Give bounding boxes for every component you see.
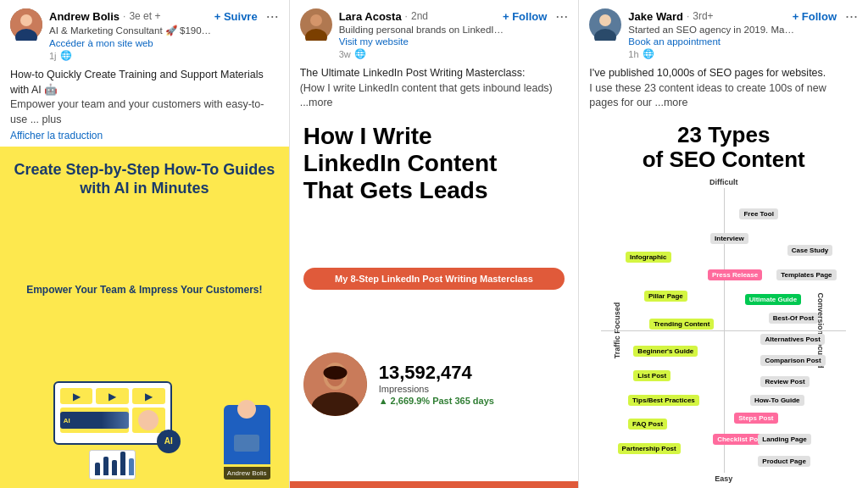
post2-line1: The Ultimate LinkedIn Post Writing Maste…: [300, 66, 569, 81]
post3-image: 23 Types of SEO Content Difficult Easy T…: [579, 114, 868, 489]
post1-line1: How-to Quickly Create Training and Suppo…: [10, 68, 279, 97]
seo-tag: Tips/Best Practices: [628, 395, 699, 406]
feed-container: Andrew Bolis · 3e et + + Suivre ··· AI &…: [0, 0, 868, 488]
stat-impressions-change: ▲ 2,669.9% Past 365 days: [379, 396, 494, 406]
post1-name-row: Andrew Bolis · 3e et + + Suivre ···: [49, 8, 279, 24]
seo-tag: How-To Guide: [750, 395, 804, 406]
screen-mockup: ▶ ▶ ▶ AI: [53, 381, 172, 445]
seo-tag: List Post: [633, 370, 670, 381]
post1-header: Andrew Bolis · 3e et + + Suivre ··· AI &…: [0, 0, 289, 66]
svg-point-12: [599, 14, 611, 26]
post3-time-row: Book an appointment: [628, 36, 858, 47]
svg-point-10: [323, 366, 347, 380]
post2-name-row: Lara Acosta · 2nd + Follow ···: [339, 8, 569, 24]
post3-website-link[interactable]: Book an appointment: [628, 36, 721, 47]
post3-card-visual: 23 Types of SEO Content Difficult Easy T…: [579, 114, 868, 489]
post1-description: AI & Marketing Consultant 🚀 $190M in Att…: [49, 25, 219, 36]
post2-more-button[interactable]: ···: [555, 8, 568, 24]
post2-globe-icon: 🌐: [354, 48, 366, 59]
seo-tag: Review Post: [760, 376, 809, 387]
post2-body: The Ultimate LinkedIn Post Writing Maste…: [290, 64, 579, 114]
post1-follow-button[interactable]: + Suivre: [214, 10, 258, 23]
stat-impressions-number: 13,592,474: [379, 363, 494, 382]
seo-tag: Templates Page: [776, 269, 836, 280]
card2-headline: How I Write LinkedIn Content That Gets L…: [303, 123, 498, 205]
post2-follow-button[interactable]: + Follow: [503, 10, 547, 23]
post-card-3: Jake Ward · 3rd+ + Follow ··· Started an…: [579, 0, 868, 488]
post2-time-row: Visit my website: [339, 36, 569, 47]
post1-website-link[interactable]: Accéder à mon site web: [49, 38, 153, 48]
post-card-2: Lara Acosta · 2nd + Follow ··· Building …: [290, 0, 580, 488]
post-card-1: Andrew Bolis · 3e et + + Suivre ··· AI &…: [0, 0, 290, 488]
diagram-container: Difficult Easy Traffic Focused Conversio…: [591, 178, 856, 483]
post2-card-visual: How I Write LinkedIn Content That Gets L…: [290, 114, 579, 489]
seo-tag: Product Page: [758, 456, 810, 467]
seo-tag: Trending Content: [649, 319, 714, 330]
post3-degree: 3rd+: [693, 10, 713, 22]
card2-stats: 13,592,474 Impressions ▲ 2,669.9% Past 3…: [379, 363, 494, 406]
post1-degree: 3e et +: [129, 10, 160, 22]
card2-subheading: My 8-Step LinkedIn Post Writing Mastercl…: [303, 268, 565, 290]
post3-follow-button[interactable]: + Follow: [793, 10, 837, 23]
post1-translate[interactable]: Afficher la traduction: [10, 129, 279, 143]
post1-meta: 1j 🌐: [49, 50, 279, 61]
post3-meta: 1h 🌐: [628, 48, 858, 59]
post1-more-button[interactable]: ···: [266, 8, 279, 24]
seo-tag: FAQ Post: [628, 419, 667, 430]
card2-bottom-bar: [290, 481, 579, 488]
post1-info: Andrew Bolis · 3e et + + Suivre ··· AI &…: [49, 8, 279, 61]
post2-degree: 2nd: [411, 10, 428, 22]
seo-tag: Alternatives Post: [760, 334, 824, 345]
post2-author-name: Lara Acosta: [339, 10, 402, 23]
post2-website-link[interactable]: Visit my website: [339, 36, 409, 47]
post3-body: I've published 10,000s of SEO pages for …: [579, 64, 868, 114]
seo-diagram: Difficult Easy Traffic Focused Conversio…: [591, 178, 856, 483]
post3-description: Started an SEO agency in 2019. Making $2…: [628, 25, 798, 35]
post1-image: Create Step-by-Step How-To Guides with A…: [0, 147, 289, 488]
horizontal-axis-line: [601, 330, 846, 331]
card1-name-tag: Andrew Bolis: [224, 467, 270, 480]
stat-impressions-label: Impressions: [379, 384, 494, 394]
post2-description: Building personal brands on LinkedIn (an…: [339, 25, 509, 35]
seo-tag: Steps Post: [734, 413, 777, 424]
post3-header: Jake Ward · 3rd+ + Follow ··· Started an…: [579, 0, 868, 64]
card1-illustration: ▶ ▶ ▶ AI: [10, 381, 215, 480]
seo-tag: Landing Page: [758, 434, 810, 445]
card1-bottom: ▶ ▶ ▶ AI: [10, 381, 279, 480]
post1-body: How-to Quickly Create Training and Suppo…: [0, 66, 289, 147]
post3-globe-icon: 🌐: [643, 48, 654, 59]
seo-tag: Interview: [710, 233, 748, 244]
card1-title: Create Step-by-Step How-To Guides with A…: [10, 160, 279, 198]
post1-avatar: [10, 8, 42, 41]
ai-badge: AI: [157, 430, 181, 453]
chart-mini: [89, 450, 136, 480]
post2-meta: 3w 🌐: [339, 48, 569, 59]
post1-card-visual: Create Step-by-Step How-To Guides with A…: [0, 147, 289, 488]
seo-tag: Infographic: [626, 252, 671, 263]
seo-tag: Pillar Page: [644, 291, 687, 302]
post3-avatar: [589, 8, 621, 41]
seo-tag: Ultimate Guide: [745, 294, 801, 305]
post3-line2: I use these 23 content ideas to create 1…: [589, 81, 858, 111]
seo-tag: Best-Of Post: [769, 313, 818, 324]
post1-author-name: Andrew Bolis: [49, 10, 120, 23]
card1-subtitle: Empower Your Team & Impress Your Custome…: [26, 284, 262, 296]
svg-point-1: [20, 14, 32, 26]
post2-info: Lara Acosta · 2nd + Follow ··· Building …: [339, 8, 569, 59]
seo-tag: Press Release: [708, 269, 762, 280]
post3-info: Jake Ward · 3rd+ + Follow ··· Started an…: [628, 8, 858, 59]
post3-name-row: Jake Ward · 3rd+ + Follow ···: [628, 8, 858, 24]
card3-headline: 23 Types of SEO Content: [591, 123, 856, 174]
seo-tag: Free Tool: [739, 208, 777, 219]
card2-face: [303, 352, 367, 416]
post1-globe-icon: 🌐: [60, 50, 72, 61]
seo-tag: Beginner's Guide: [633, 346, 698, 357]
post1-line2: Empower your team and your customers wit…: [10, 97, 279, 127]
axis-top-label: Difficult: [709, 178, 738, 186]
post2-avatar: [300, 8, 332, 41]
seo-tag: Case Study: [787, 245, 833, 256]
post3-more-button[interactable]: ···: [845, 8, 858, 24]
post3-line1: I've published 10,000s of SEO pages for …: [589, 66, 858, 81]
svg-point-4: [310, 14, 322, 26]
axis-bottom-label: Easy: [715, 474, 732, 483]
